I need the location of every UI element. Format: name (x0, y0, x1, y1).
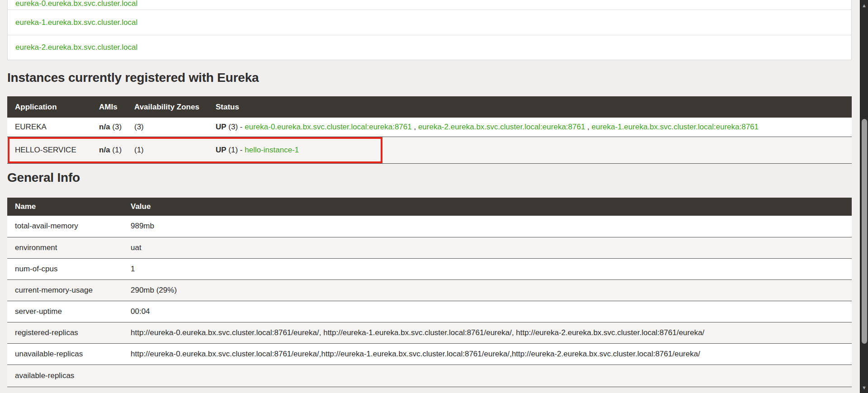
info-name-cell: server-uptime (7, 301, 123, 322)
status-cell: UP (1) - hello-instance-1 (208, 137, 852, 163)
amis-cell: n/a (1) (91, 137, 127, 163)
zones-cell: (3) (127, 118, 208, 137)
amis-count-bold: n/a (99, 146, 110, 154)
info-value-cell: 290mb (29%) (123, 279, 852, 301)
info-value-cell: http://eureka-0.eureka.bx.svc.cluster.lo… (123, 322, 852, 343)
status-up-label: UP (216, 123, 226, 131)
replica-link[interactable]: eureka-0.eureka.bx.svc.cluster.local (15, 0, 137, 8)
link-separator: , (585, 123, 591, 131)
general-info-row: environmentuat (7, 237, 852, 258)
amis-count-rest: (3) (110, 123, 122, 131)
replica-link[interactable]: eureka-1.eureka.bx.svc.cluster.local (15, 18, 137, 27)
info-name-cell: environment (7, 237, 123, 258)
info-value-cell: uat (123, 237, 852, 258)
status-count: (1) - (226, 146, 245, 154)
instance-link[interactable]: hello-instance-1 (245, 146, 299, 154)
col-value: Value (123, 198, 852, 216)
col-amis: AMIs (91, 96, 127, 118)
info-value-cell: 00:04 (123, 301, 852, 322)
info-name-cell: num-of-cpus (7, 258, 123, 279)
status-count: (3) - (226, 123, 245, 131)
instance-link[interactable]: eureka-2.eureka.bx.svc.cluster.local:eur… (418, 123, 585, 131)
col-status: Status (208, 96, 852, 118)
replica-row: eureka-1.eureka.bx.svc.cluster.local (8, 10, 851, 35)
application-cell: EUREKA (7, 118, 91, 137)
link-separator: , (412, 123, 418, 131)
instance-link[interactable]: eureka-1.eureka.bx.svc.cluster.local:eur… (592, 123, 759, 131)
vertical-scrollbar[interactable]: ▲ ▼ (860, 0, 868, 393)
application-cell: HELLO-SERVICE (7, 137, 91, 163)
info-value-cell: 989mb (123, 216, 852, 237)
instances-table-header: Application AMIs Availability Zones Stat… (7, 96, 852, 118)
status-up-label: UP (216, 146, 226, 154)
general-info-row: num-of-cpus1 (7, 258, 852, 279)
general-info-row: total-avail-memory989mb (7, 216, 852, 237)
info-name-cell: total-avail-memory (7, 216, 123, 237)
info-value-cell: http://eureka-0.eureka.bx.svc.cluster.lo… (123, 343, 852, 365)
instances-heading: Instances currently registered with Eure… (7, 71, 259, 85)
amis-count-bold: n/a (99, 123, 110, 131)
instance-row: EUREKAn/a (3)(3)UP (3) - eureka-0.eureka… (7, 118, 852, 137)
info-name-cell: current-memory-usage (7, 279, 123, 301)
scroll-up-icon[interactable]: ▲ (860, 1, 868, 10)
general-info-table: Name Value total-avail-memory989mbenviro… (7, 198, 852, 387)
general-info-row: registered-replicashttp://eureka-0.eurek… (7, 322, 852, 343)
general-info-row: server-uptime00:04 (7, 301, 852, 322)
instances-table: Application AMIs Availability Zones Stat… (7, 96, 852, 164)
col-availability-zones: Availability Zones (127, 96, 208, 118)
instance-row: HELLO-SERVICEn/a (1)(1)UP (1) - hello-in… (7, 137, 852, 163)
info-value-cell (123, 365, 852, 387)
zones-cell: (1) (127, 137, 208, 163)
replica-link[interactable]: eureka-2.eureka.bx.svc.cluster.local (15, 43, 137, 52)
general-info-row: unavailable-replicashttp://eureka-0.eure… (7, 343, 852, 365)
scroll-down-icon[interactable]: ▼ (860, 383, 868, 392)
general-info-table-header: Name Value (7, 198, 852, 216)
col-name: Name (7, 198, 123, 216)
status-cell: UP (3) - eureka-0.eureka.bx.svc.cluster.… (208, 118, 852, 137)
info-value-cell: 1 (123, 258, 852, 279)
amis-cell: n/a (3) (91, 118, 127, 137)
ds-replicas-panel: eureka-0.eureka.bx.svc.cluster.localeure… (7, 0, 852, 60)
col-application: Application (7, 96, 91, 118)
replica-row: eureka-2.eureka.bx.svc.cluster.local (8, 35, 851, 60)
general-info-row: available-replicas (7, 365, 852, 387)
amis-count-rest: (1) (110, 146, 122, 154)
general-info-row: current-memory-usage290mb (29%) (7, 279, 852, 301)
general-info-heading: General Info (7, 170, 80, 185)
instance-link[interactable]: eureka-0.eureka.bx.svc.cluster.local:eur… (245, 123, 411, 131)
info-name-cell: available-replicas (7, 365, 123, 387)
scrollbar-thumb[interactable] (862, 119, 867, 344)
info-name-cell: registered-replicas (7, 322, 123, 343)
info-name-cell: unavailable-replicas (7, 343, 123, 365)
replica-row: eureka-0.eureka.bx.svc.cluster.local (8, 0, 851, 10)
